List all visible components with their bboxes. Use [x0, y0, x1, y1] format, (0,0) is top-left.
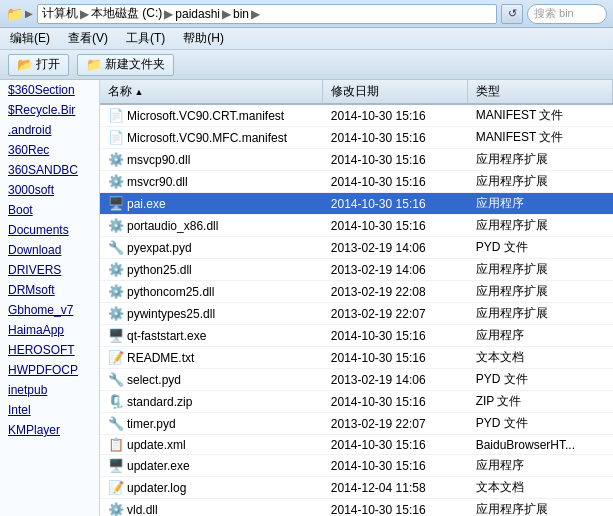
sidebar: $360Section$Recycle.Bir.android360Rec360… — [0, 80, 100, 516]
manifest-icon: 📄 — [108, 130, 124, 145]
table-row[interactable]: ⚙️msvcr90.dll2014-10-30 15:16应用程序扩展 — [100, 171, 613, 193]
file-date-cell: 2014-10-30 15:16 — [323, 171, 468, 193]
file-date-cell: 2014-10-30 15:16 — [323, 104, 468, 127]
sidebar-item[interactable]: HWPDFOCP — [0, 360, 99, 380]
sidebar-item[interactable]: $Recycle.Bir — [0, 100, 99, 120]
col-date[interactable]: 修改日期 — [323, 80, 468, 104]
table-row[interactable]: 🗜️standard.zip2014-10-30 15:16ZIP 文件 — [100, 391, 613, 413]
file-name-text: Microsoft.VC90.CRT.manifest — [127, 109, 284, 123]
table-row[interactable]: ⚙️pythoncom25.dll2013-02-19 22:08应用程序扩展 — [100, 281, 613, 303]
file-name-cell: 🖥️qt-faststart.exe — [100, 325, 323, 347]
table-row[interactable]: 📄Microsoft.VC90.CRT.manifest2014-10-30 1… — [100, 104, 613, 127]
pyd-icon: 🔧 — [108, 240, 124, 255]
file-name-cell: ⚙️portaudio_x86.dll — [100, 215, 323, 237]
xml-icon: 📋 — [108, 437, 124, 452]
menu-view[interactable]: 查看(V) — [64, 29, 112, 48]
table-row[interactable]: 🖥️pai.exe2014-10-30 15:16应用程序 — [100, 193, 613, 215]
zip-icon: 🗜️ — [108, 394, 124, 409]
table-row[interactable]: ⚙️pywintypes25.dll2013-02-19 22:07应用程序扩展 — [100, 303, 613, 325]
file-date-cell: 2013-02-19 14:06 — [323, 237, 468, 259]
menu-help[interactable]: 帮助(H) — [179, 29, 228, 48]
sidebar-item[interactable]: 360Rec — [0, 140, 99, 160]
dll-icon: ⚙️ — [108, 262, 124, 277]
file-name-text: pythoncom25.dll — [127, 285, 214, 299]
file-name-cell: ⚙️msvcr90.dll — [100, 171, 323, 193]
menu-tools[interactable]: 工具(T) — [122, 29, 169, 48]
sidebar-item[interactable]: .android — [0, 120, 99, 140]
refresh-button[interactable]: ↺ — [501, 4, 523, 24]
dll-icon: ⚙️ — [108, 152, 124, 167]
new-folder-label: 新建文件夹 — [105, 56, 165, 73]
file-name-cell: ⚙️msvcp90.dll — [100, 149, 323, 171]
file-name-cell: ⚙️python25.dll — [100, 259, 323, 281]
menu-bar: 编辑(E) 查看(V) 工具(T) 帮助(H) — [0, 28, 613, 50]
file-date-cell: 2014-12-04 11:58 — [323, 477, 468, 499]
sidebar-item[interactable]: DRMsoft — [0, 280, 99, 300]
pyd-icon: 🔧 — [108, 416, 124, 431]
search-box[interactable]: 搜索 bin — [527, 4, 607, 24]
file-type-cell: 应用程序 — [468, 193, 613, 215]
file-name-text: updater.exe — [127, 459, 190, 473]
txt-icon: 📝 — [108, 350, 124, 365]
file-name-text: vld.dll — [127, 503, 158, 517]
table-row[interactable]: ⚙️portaudio_x86.dll2014-10-30 15:16应用程序扩… — [100, 215, 613, 237]
file-name-cell: 📄Microsoft.VC90.CRT.manifest — [100, 104, 323, 127]
breadcrumb[interactable]: 计算机 ▶ 本地磁盘 (C:) ▶ paidashi ▶ bin ▶ — [37, 4, 497, 24]
file-name-text: python25.dll — [127, 263, 192, 277]
table-header-row: 名称 修改日期 类型 — [100, 80, 613, 104]
sidebar-item[interactable]: inetpub — [0, 380, 99, 400]
address-bar: 📁 ▶ 计算机 ▶ 本地磁盘 (C:) ▶ paidashi ▶ bin ▶ ↺… — [0, 0, 613, 28]
file-type-cell: MANIFEST 文件 — [468, 104, 613, 127]
col-name[interactable]: 名称 — [100, 80, 323, 104]
sidebar-item[interactable]: Documents — [0, 220, 99, 240]
col-type[interactable]: 类型 — [468, 80, 613, 104]
file-type-cell: 应用程序扩展 — [468, 281, 613, 303]
file-name-text: qt-faststart.exe — [127, 329, 206, 343]
sidebar-item[interactable]: DRIVERS — [0, 260, 99, 280]
file-list-area[interactable]: 名称 修改日期 类型 📄Microsoft.VC90.CRT.manifest2… — [100, 80, 613, 516]
table-row[interactable]: 🖥️updater.exe2014-10-30 15:16应用程序 — [100, 455, 613, 477]
file-date-cell: 2013-02-19 22:07 — [323, 413, 468, 435]
sidebar-item[interactable]: HaimaApp — [0, 320, 99, 340]
file-type-cell: 应用程序扩展 — [468, 303, 613, 325]
sidebar-item[interactable]: Intel — [0, 400, 99, 420]
breadcrumb-computer[interactable]: 计算机 — [42, 5, 78, 22]
table-row[interactable]: ⚙️msvcp90.dll2014-10-30 15:16应用程序扩展 — [100, 149, 613, 171]
table-row[interactable]: 🔧pyexpat.pyd2013-02-19 14:06PYD 文件 — [100, 237, 613, 259]
sidebar-item[interactable]: Download — [0, 240, 99, 260]
breadcrumb-sep4: ▶ — [251, 7, 260, 21]
file-name-cell: 📄Microsoft.VC90.MFC.manifest — [100, 127, 323, 149]
table-row[interactable]: 🖥️qt-faststart.exe2014-10-30 15:16应用程序 — [100, 325, 613, 347]
breadcrumb-bin[interactable]: bin — [233, 7, 249, 21]
breadcrumb-paidashi[interactable]: paidashi — [175, 7, 220, 21]
table-row[interactable]: 🔧timer.pyd2013-02-19 22:07PYD 文件 — [100, 413, 613, 435]
file-date-cell: 2014-10-30 15:16 — [323, 455, 468, 477]
open-button[interactable]: 📂 打开 — [8, 54, 69, 76]
sidebar-item[interactable]: Gbhome_v7 — [0, 300, 99, 320]
table-row[interactable]: 📄Microsoft.VC90.MFC.manifest2014-10-30 1… — [100, 127, 613, 149]
table-row[interactable]: 📝README.txt2014-10-30 15:16文本文档 — [100, 347, 613, 369]
file-date-cell: 2014-10-30 15:16 — [323, 149, 468, 171]
file-type-cell: PYD 文件 — [468, 237, 613, 259]
sidebar-item[interactable]: KMPlayer — [0, 420, 99, 440]
sidebar-item[interactable]: $360Section — [0, 80, 99, 100]
menu-edit[interactable]: 编辑(E) — [6, 29, 54, 48]
file-date-cell: 2014-10-30 15:16 — [323, 499, 468, 517]
sidebar-item[interactable]: 360SANDBC — [0, 160, 99, 180]
new-folder-button[interactable]: 📁 新建文件夹 — [77, 54, 174, 76]
file-type-cell: 文本文档 — [468, 347, 613, 369]
sidebar-item[interactable]: 3000soft — [0, 180, 99, 200]
file-name-cell: 📋update.xml — [100, 435, 323, 455]
table-row[interactable]: 📝updater.log2014-12-04 11:58文本文档 — [100, 477, 613, 499]
table-row[interactable]: 🔧select.pyd2013-02-19 14:06PYD 文件 — [100, 369, 613, 391]
breadcrumb-drive[interactable]: 本地磁盘 (C:) — [91, 5, 162, 22]
table-row[interactable]: ⚙️python25.dll2013-02-19 14:06应用程序扩展 — [100, 259, 613, 281]
file-name-text: pai.exe — [127, 197, 166, 211]
sidebar-item[interactable]: Boot — [0, 200, 99, 220]
exe-icon: 🖥️ — [108, 458, 124, 473]
table-row[interactable]: 📋update.xml2014-10-30 15:16BaiduBrowserH… — [100, 435, 613, 455]
file-type-cell: ZIP 文件 — [468, 391, 613, 413]
table-row[interactable]: ⚙️vld.dll2014-10-30 15:16应用程序扩展 — [100, 499, 613, 517]
sidebar-item[interactable]: HEROSOFT — [0, 340, 99, 360]
folder-icon-group: 📁 ▶ — [6, 6, 33, 22]
